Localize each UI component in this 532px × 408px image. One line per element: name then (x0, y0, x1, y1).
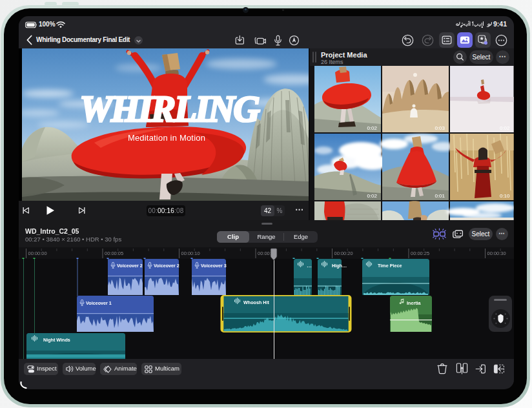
svg-text:Meditation in Motion: Meditation in Motion (128, 133, 205, 143)
svg-text:Inertia: Inertia (407, 300, 422, 306)
svg-text:Whoosh Hit: Whoosh Hit (243, 300, 270, 305)
svg-text:00:00:05: 00:00:05 (105, 250, 123, 256)
svg-text:Voiceover 1: Voiceover 1 (86, 300, 112, 306)
svg-text:Voiceover 2: Voiceover 2 (154, 263, 179, 269)
svg-text:Night Winds: Night Winds (43, 337, 70, 343)
svg-text:Time Piece: Time Piece (378, 263, 402, 269)
svg-text:0:10: 0:10 (500, 193, 510, 199)
svg-text:0:03: 0:03 (435, 125, 445, 131)
svg-text:0:01: 0:01 (435, 193, 445, 199)
svg-text:00:00:20: 00:00:20 (334, 250, 353, 256)
svg-text:0:02: 0:02 (367, 125, 377, 131)
svg-text:Voiceover 3: Voiceover 3 (201, 263, 227, 269)
svg-text:0:02: 0:02 (367, 193, 377, 199)
svg-text:High…: High… (332, 263, 347, 269)
svg-text:00:00:00: 00:00:00 (28, 250, 47, 256)
svg-text:00:00:30: 00:00:30 (487, 250, 506, 256)
svg-text:Voiceover 2: Voiceover 2 (117, 263, 143, 269)
svg-text:00:00:10: 00:00:10 (181, 250, 200, 256)
svg-text:0:02: 0:02 (500, 125, 510, 131)
svg-text:…: … (307, 263, 312, 269)
svg-text:00:00:25: 00:00:25 (411, 250, 429, 256)
svg-text:WHIRLING: WHIRLING (79, 88, 260, 129)
